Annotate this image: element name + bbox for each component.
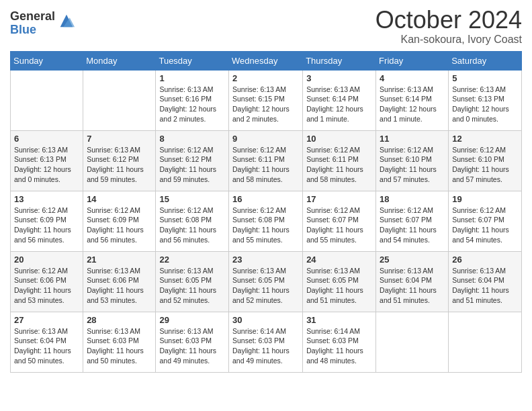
calendar-cell: 15Sunrise: 6:12 AMSunset: 6:08 PMDayligh… xyxy=(156,191,229,251)
day-info: Sunrise: 6:13 AMSunset: 6:14 PMDaylight:… xyxy=(380,85,445,124)
page-header: General Blue October 2024 Kan-sokoura, I… xyxy=(10,7,522,46)
calendar-week-row: 20Sunrise: 6:12 AMSunset: 6:06 PMDayligh… xyxy=(11,251,522,312)
day-info: Sunrise: 6:13 AMSunset: 6:13 PMDaylight:… xyxy=(452,85,518,124)
calendar-cell: 4Sunrise: 6:13 AMSunset: 6:14 PMDaylight… xyxy=(376,70,449,130)
day-info: Sunrise: 6:13 AMSunset: 6:12 PMDaylight:… xyxy=(87,145,152,185)
day-header-sunday: Sunday xyxy=(11,51,83,70)
month-title: October 2024 xyxy=(375,7,522,34)
calendar-cell xyxy=(83,70,156,130)
day-number: 20 xyxy=(14,255,79,265)
day-info: Sunrise: 6:12 AMSunset: 6:11 PMDaylight:… xyxy=(232,145,299,185)
day-info: Sunrise: 6:14 AMSunset: 6:03 PMDaylight:… xyxy=(232,326,299,366)
calendar-header-row: SundayMondayTuesdayWednesdayThursdayFrid… xyxy=(11,51,522,70)
location-title: Kan-sokoura, Ivory Coast xyxy=(375,34,522,46)
calendar-cell: 17Sunrise: 6:12 AMSunset: 6:07 PMDayligh… xyxy=(303,191,376,251)
logo: General Blue xyxy=(10,7,76,37)
calendar-cell: 21Sunrise: 6:13 AMSunset: 6:06 PMDayligh… xyxy=(83,251,156,312)
calendar-cell: 24Sunrise: 6:13 AMSunset: 6:05 PMDayligh… xyxy=(303,251,376,312)
day-info: Sunrise: 6:12 AMSunset: 6:10 PMDaylight:… xyxy=(380,145,445,185)
day-info: Sunrise: 6:14 AMSunset: 6:03 PMDaylight:… xyxy=(306,326,372,366)
logo-text: General Blue xyxy=(10,10,55,37)
day-number: 11 xyxy=(380,134,445,144)
day-number: 25 xyxy=(380,255,445,265)
day-number: 4 xyxy=(380,73,445,83)
calendar-cell: 16Sunrise: 6:12 AMSunset: 6:08 PMDayligh… xyxy=(229,191,303,251)
day-info: Sunrise: 6:13 AMSunset: 6:03 PMDaylight:… xyxy=(87,326,152,366)
day-info: Sunrise: 6:12 AMSunset: 6:09 PMDaylight:… xyxy=(14,205,79,245)
day-info: Sunrise: 6:13 AMSunset: 6:05 PMDaylight:… xyxy=(159,266,225,306)
calendar-cell: 14Sunrise: 6:12 AMSunset: 6:09 PMDayligh… xyxy=(83,191,156,251)
day-header-monday: Monday xyxy=(83,51,156,70)
day-number: 15 xyxy=(159,194,225,204)
calendar-cell: 28Sunrise: 6:13 AMSunset: 6:03 PMDayligh… xyxy=(83,312,156,372)
day-info: Sunrise: 6:12 AMSunset: 6:11 PMDaylight:… xyxy=(306,145,372,185)
day-info: Sunrise: 6:12 AMSunset: 6:07 PMDaylight:… xyxy=(306,205,372,245)
day-number: 27 xyxy=(14,315,79,325)
day-number: 17 xyxy=(306,194,372,204)
calendar-cell: 9Sunrise: 6:12 AMSunset: 6:11 PMDaylight… xyxy=(229,130,303,191)
calendar-table: SundayMondayTuesdayWednesdayThursdayFrid… xyxy=(10,51,522,373)
calendar-cell: 8Sunrise: 6:12 AMSunset: 6:12 PMDaylight… xyxy=(156,130,229,191)
day-info: Sunrise: 6:12 AMSunset: 6:06 PMDaylight:… xyxy=(14,266,79,306)
day-info: Sunrise: 6:13 AMSunset: 6:04 PMDaylight:… xyxy=(380,266,445,306)
day-info: Sunrise: 6:12 AMSunset: 6:07 PMDaylight:… xyxy=(452,205,518,245)
day-number: 28 xyxy=(87,315,152,325)
day-number: 7 xyxy=(87,134,152,144)
day-number: 29 xyxy=(159,315,225,325)
calendar-cell: 20Sunrise: 6:12 AMSunset: 6:06 PMDayligh… xyxy=(11,251,83,312)
calendar-cell: 12Sunrise: 6:12 AMSunset: 6:10 PMDayligh… xyxy=(449,130,522,191)
calendar-week-row: 27Sunrise: 6:13 AMSunset: 6:04 PMDayligh… xyxy=(11,312,522,372)
day-info: Sunrise: 6:13 AMSunset: 6:05 PMDaylight:… xyxy=(232,266,299,306)
calendar-cell: 10Sunrise: 6:12 AMSunset: 6:11 PMDayligh… xyxy=(303,130,376,191)
calendar-week-row: 1Sunrise: 6:13 AMSunset: 6:16 PMDaylight… xyxy=(11,70,522,130)
day-header-tuesday: Tuesday xyxy=(156,51,229,70)
day-info: Sunrise: 6:12 AMSunset: 6:08 PMDaylight:… xyxy=(232,205,299,245)
calendar-cell xyxy=(449,312,522,372)
calendar-cell: 5Sunrise: 6:13 AMSunset: 6:13 PMDaylight… xyxy=(449,70,522,130)
day-info: Sunrise: 6:12 AMSunset: 6:10 PMDaylight:… xyxy=(452,145,518,185)
day-number: 23 xyxy=(232,255,299,265)
logo-general: General xyxy=(10,10,55,24)
day-number: 9 xyxy=(232,134,299,144)
logo-icon xyxy=(57,11,76,30)
day-info: Sunrise: 6:13 AMSunset: 6:04 PMDaylight:… xyxy=(14,326,79,366)
calendar-cell: 29Sunrise: 6:13 AMSunset: 6:03 PMDayligh… xyxy=(156,312,229,372)
day-number: 3 xyxy=(306,73,372,83)
day-number: 14 xyxy=(87,194,152,204)
calendar-week-row: 6Sunrise: 6:13 AMSunset: 6:13 PMDaylight… xyxy=(11,130,522,191)
day-info: Sunrise: 6:13 AMSunset: 6:03 PMDaylight:… xyxy=(159,326,225,366)
calendar-cell: 11Sunrise: 6:12 AMSunset: 6:10 PMDayligh… xyxy=(376,130,449,191)
calendar-cell: 3Sunrise: 6:13 AMSunset: 6:14 PMDaylight… xyxy=(303,70,376,130)
calendar-cell: 19Sunrise: 6:12 AMSunset: 6:07 PMDayligh… xyxy=(449,191,522,251)
day-number: 10 xyxy=(306,134,372,144)
day-number: 19 xyxy=(452,194,518,204)
calendar-cell: 27Sunrise: 6:13 AMSunset: 6:04 PMDayligh… xyxy=(11,312,83,372)
calendar-cell: 30Sunrise: 6:14 AMSunset: 6:03 PMDayligh… xyxy=(229,312,303,372)
day-info: Sunrise: 6:12 AMSunset: 6:09 PMDaylight:… xyxy=(87,205,152,245)
calendar-cell xyxy=(376,312,449,372)
calendar-cell: 1Sunrise: 6:13 AMSunset: 6:16 PMDaylight… xyxy=(156,70,229,130)
day-info: Sunrise: 6:13 AMSunset: 6:15 PMDaylight:… xyxy=(232,85,299,124)
calendar-cell xyxy=(11,70,83,130)
day-info: Sunrise: 6:13 AMSunset: 6:14 PMDaylight:… xyxy=(306,85,372,124)
day-info: Sunrise: 6:12 AMSunset: 6:12 PMDaylight:… xyxy=(159,145,225,185)
day-number: 24 xyxy=(306,255,372,265)
calendar-cell: 7Sunrise: 6:13 AMSunset: 6:12 PMDaylight… xyxy=(83,130,156,191)
calendar-cell: 26Sunrise: 6:13 AMSunset: 6:04 PMDayligh… xyxy=(449,251,522,312)
logo-blue: Blue xyxy=(10,24,55,37)
day-number: 2 xyxy=(232,73,299,83)
day-number: 8 xyxy=(159,134,225,144)
day-header-friday: Friday xyxy=(376,51,449,70)
day-number: 6 xyxy=(14,134,79,144)
day-info: Sunrise: 6:12 AMSunset: 6:08 PMDaylight:… xyxy=(159,205,225,245)
calendar-cell: 2Sunrise: 6:13 AMSunset: 6:15 PMDaylight… xyxy=(229,70,303,130)
day-number: 13 xyxy=(14,194,79,204)
day-header-wednesday: Wednesday xyxy=(229,51,303,70)
calendar-cell: 31Sunrise: 6:14 AMSunset: 6:03 PMDayligh… xyxy=(303,312,376,372)
day-info: Sunrise: 6:13 AMSunset: 6:05 PMDaylight:… xyxy=(306,266,372,306)
day-info: Sunrise: 6:13 AMSunset: 6:04 PMDaylight:… xyxy=(452,266,518,306)
day-number: 16 xyxy=(232,194,299,204)
day-number: 22 xyxy=(159,255,225,265)
day-number: 31 xyxy=(306,315,372,325)
day-number: 18 xyxy=(380,194,445,204)
